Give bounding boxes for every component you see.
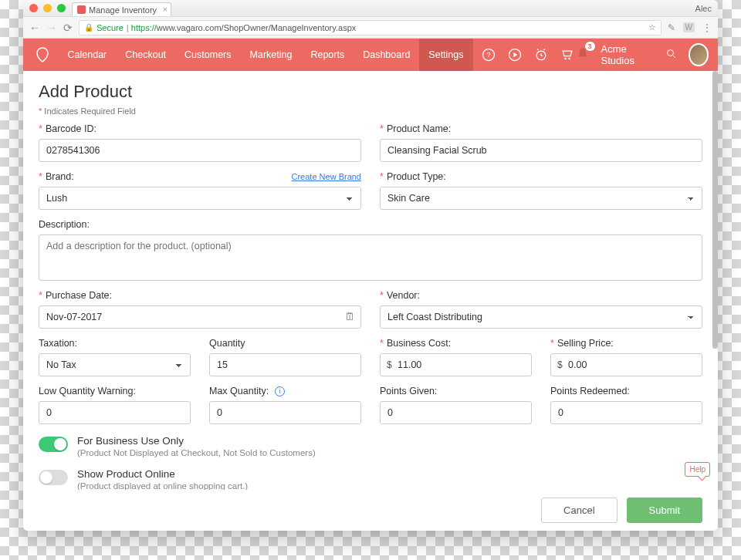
nav-links: Calendar Checkout Customers Marketing Re… — [59, 39, 473, 71]
points-redeemed-input[interactable] — [550, 401, 702, 424]
extension-icon[interactable]: ✎ — [668, 22, 675, 33]
currency-symbol: $ — [387, 359, 392, 370]
taxation-label: Taxation: — [39, 338, 191, 349]
brand-label-text: Brand: — [46, 171, 74, 182]
nav-settings[interactable]: Settings — [419, 39, 472, 71]
url-protocol: https:// — [131, 23, 157, 32]
svg-point-4 — [564, 58, 567, 60]
currency-symbol-2: $ — [557, 359, 563, 370]
nav-calendar[interactable]: Calendar — [59, 39, 117, 71]
purchase-date-input[interactable] — [39, 305, 361, 329]
max-qty-label-text: Max Quantity: — [209, 386, 269, 396]
close-tab-icon[interactable]: × — [163, 5, 167, 14]
browser-menu-icon[interactable]: ⋮ — [702, 22, 712, 33]
cart-icon[interactable] — [560, 47, 575, 62]
required-note: Indicates Required Field — [39, 106, 702, 116]
description-label: Description: — [39, 219, 702, 230]
brand-label: Brand: Create New Brand — [39, 171, 361, 182]
form-footer: Cancel Submit — [23, 490, 718, 531]
play-circle-icon[interactable] — [507, 47, 523, 62]
forward-button[interactable]: → — [46, 22, 57, 34]
vendor-label: Vendor: — [380, 290, 702, 301]
notification-bell-icon[interactable]: 3 — [575, 46, 590, 64]
low-qty-label: Low Quantity Warning: — [39, 386, 191, 396]
scrollbar[interactable] — [712, 71, 718, 349]
minimize-window-icon[interactable] — [43, 4, 52, 12]
tab-title: Manage Inventory — [89, 5, 157, 15]
logo-icon[interactable] — [32, 44, 52, 66]
business-cost-label: Business Cost: — [380, 338, 532, 349]
page-content: Add Product Indicates Required Field Bar… — [23, 71, 718, 531]
max-qty-input[interactable] — [209, 401, 361, 424]
business-only-label: For Business Use Only — [77, 435, 316, 447]
bookmark-star-icon[interactable]: ☆ — [648, 22, 656, 32]
low-qty-input[interactable] — [39, 401, 191, 424]
nav-marketing[interactable]: Marketing — [241, 39, 302, 71]
avatar[interactable] — [689, 43, 709, 66]
quantity-input[interactable] — [209, 353, 361, 376]
points-given-input[interactable] — [380, 401, 532, 424]
back-button[interactable]: ← — [29, 22, 40, 34]
business-only-toggle[interactable] — [39, 437, 68, 452]
nav-dashboard[interactable]: Dashboard — [354, 39, 419, 71]
os-user-label: Alec — [695, 4, 712, 13]
vendor-select[interactable]: Left Coast Distributing — [380, 305, 702, 329]
product-name-label: Product Name: — [380, 123, 702, 134]
lock-icon: 🔒 — [84, 23, 93, 32]
info-icon[interactable]: i — [275, 386, 285, 396]
url-domain: www.vagaro.com — [157, 23, 222, 32]
close-window-icon[interactable] — [29, 4, 38, 12]
calendar-icon[interactable]: 🗓 — [345, 311, 355, 322]
product-name-input[interactable] — [380, 139, 702, 162]
submit-button[interactable]: Submit — [627, 498, 702, 523]
window-traffic-lights[interactable] — [29, 4, 66, 12]
app-nav: Calendar Checkout Customers Marketing Re… — [23, 39, 718, 71]
quantity-label: Quantity — [209, 338, 361, 349]
nav-customers[interactable]: Customers — [175, 39, 240, 71]
brand-select[interactable]: Lush — [39, 187, 361, 210]
maximize-window-icon[interactable] — [57, 4, 66, 12]
reload-button[interactable]: ⟳ — [63, 22, 73, 34]
secure-label: Secure — [96, 23, 124, 32]
show-online-toggle[interactable] — [39, 470, 68, 485]
help-badge[interactable]: Help — [685, 462, 710, 477]
svg-point-5 — [568, 58, 570, 60]
purchase-date-label: Purchase Date: — [39, 290, 361, 301]
favicon-icon — [77, 5, 86, 14]
points-given-label: Points Given: — [380, 386, 532, 396]
browser-window: Manage Inventory × Alec ← → ⟳ 🔒 Secure |… — [23, 0, 718, 531]
clock-icon[interactable] — [533, 47, 549, 62]
selling-price-label: Selling Price: — [550, 338, 702, 349]
nav-checkout[interactable]: Checkout — [116, 39, 175, 71]
description-textarea[interactable] — [39, 234, 702, 281]
create-brand-link[interactable]: Create New Brand — [292, 172, 362, 181]
cancel-button[interactable]: Cancel — [541, 498, 617, 523]
search-icon[interactable] — [665, 48, 678, 62]
help-circle-icon[interactable]: ? — [481, 47, 496, 62]
show-online-label: Show Product Online — [77, 468, 248, 480]
browser-tab[interactable]: Manage Inventory × — [72, 2, 171, 16]
page-title: Add Product — [39, 82, 702, 102]
nav-icon-group: ? — [481, 47, 575, 62]
points-redeemed-label: Points Redeemed: — [550, 386, 702, 396]
max-qty-label: Max Quantity: i — [209, 386, 361, 396]
url-path: /ShopOwner/ManageInventory.aspx — [222, 23, 357, 32]
window-titlebar: Manage Inventory × Alec — [23, 0, 718, 17]
notification-count: 3 — [585, 42, 595, 51]
barcode-label: Barcode ID: — [39, 123, 361, 134]
svg-point-6 — [668, 50, 674, 56]
nav-reports[interactable]: Reports — [301, 39, 354, 71]
barcode-input[interactable] — [39, 139, 361, 162]
address-field[interactable]: 🔒 Secure | https://www.vagaro.com/ShopOw… — [79, 20, 661, 35]
product-type-label: Product Type: — [380, 171, 702, 182]
company-name[interactable]: Acme Studios — [601, 43, 655, 66]
business-cost-input[interactable] — [380, 353, 532, 376]
svg-text:?: ? — [486, 51, 490, 59]
taxation-select[interactable]: No Tax — [39, 353, 191, 376]
business-only-sub: (Product Not Displayed at Checkout, Not … — [77, 448, 316, 457]
url-bar: ← → ⟳ 🔒 Secure | https://www.vagaro.com/… — [23, 17, 718, 39]
selling-price-input[interactable] — [550, 353, 702, 376]
extension-w-icon[interactable]: W — [683, 22, 695, 32]
product-type-select[interactable]: Skin Care — [380, 187, 702, 210]
